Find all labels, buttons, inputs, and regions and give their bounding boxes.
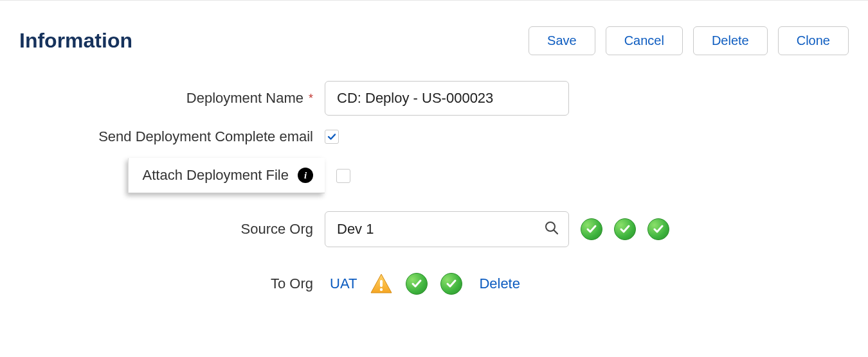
deployment-name-label: Deployment Name — [186, 90, 303, 107]
checkmark-icon — [327, 132, 337, 142]
send-email-checkbox[interactable] — [325, 130, 339, 144]
source-org-input[interactable] — [325, 211, 569, 247]
delete-button[interactable]: Delete — [693, 26, 768, 55]
save-button[interactable]: Save — [529, 26, 595, 55]
to-org-link[interactable]: UAT — [330, 275, 357, 292]
section-title: Information — [19, 29, 529, 53]
svg-rect-2 — [380, 280, 383, 287]
source-org-label: Source Org — [241, 221, 314, 238]
info-icon[interactable]: i — [298, 168, 313, 183]
attach-file-checkbox[interactable] — [336, 169, 350, 183]
deployment-name-input[interactable] — [325, 81, 569, 116]
search-icon[interactable] — [545, 221, 559, 238]
status-ok-icon — [614, 218, 636, 240]
clone-button[interactable]: Clone — [778, 26, 849, 55]
to-org-delete-link[interactable]: Delete — [479, 275, 520, 292]
send-email-label: Send Deployment Complete email — [98, 128, 313, 145]
status-ok-icon — [440, 273, 462, 295]
svg-point-3 — [380, 288, 383, 291]
status-ok-icon — [581, 218, 602, 240]
status-ok-icon — [647, 218, 669, 240]
to-org-label: To Org — [271, 275, 313, 292]
attach-file-label: Attach Deployment File — [143, 167, 289, 184]
status-warning-icon — [370, 273, 393, 295]
status-ok-icon — [406, 273, 428, 295]
action-buttons: Save Cancel Delete Clone — [529, 26, 849, 55]
svg-line-1 — [554, 231, 558, 234]
required-star-icon: * — [309, 92, 313, 105]
cancel-button[interactable]: Cancel — [606, 26, 683, 55]
